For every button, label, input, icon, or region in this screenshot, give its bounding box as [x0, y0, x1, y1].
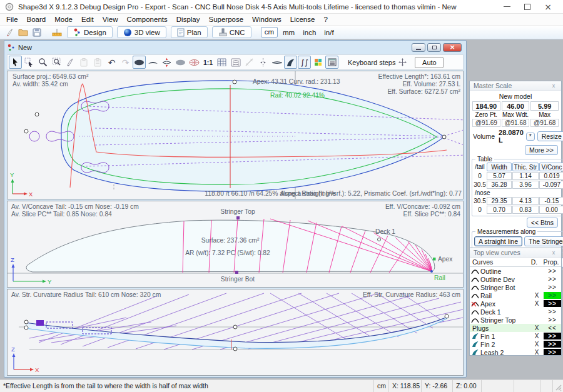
max-thck-value[interactable]: @91.68	[530, 119, 559, 127]
table-cell[interactable]: -0.15	[539, 197, 563, 205]
properties-list-icon[interactable]	[325, 56, 338, 69]
unit-inf[interactable]: in/f	[321, 29, 337, 36]
table-cell[interactable]: -0.097	[539, 181, 563, 189]
curve-row-plugs[interactable]: Plugs X <<	[470, 324, 561, 332]
master-scale-close-icon[interactable]: x	[550, 83, 557, 89]
deck-profile-curve[interactable]	[26, 220, 435, 272]
pen-tool-icon[interactable]	[3, 27, 15, 38]
minimize-icon[interactable]	[504, 6, 510, 7]
menu-display[interactable]: Display	[172, 14, 205, 24]
table-cell[interactable]: 0.83	[512, 206, 539, 214]
curve-row-fin2[interactable]: Fin 2 X >>	[470, 340, 561, 348]
menu-view[interactable]: View	[98, 14, 123, 24]
unit-inch[interactable]: inch	[300, 29, 319, 36]
outline-view-icon[interactable]	[133, 56, 146, 69]
colors-icon[interactable]	[312, 56, 325, 69]
more-button[interactable]: More >>	[525, 145, 558, 155]
thickness-column-button[interactable]: Thic. Str	[512, 163, 539, 171]
zero-pt-value[interactable]: @91.69	[472, 119, 500, 127]
thickness-view-icon[interactable]	[270, 56, 283, 69]
table-cell[interactable]: 4.13	[512, 197, 539, 205]
master-scale-titlebar[interactable]: Master Scale x	[470, 81, 561, 91]
star-button[interactable]: *	[526, 133, 535, 141]
prop-button[interactable]: >>	[544, 308, 561, 315]
menu-file[interactable]: File	[2, 14, 23, 24]
vconc-column-button[interactable]: V/Conc	[539, 163, 563, 171]
prop-button[interactable]: >>	[544, 341, 561, 348]
table-cell[interactable]: 0.70	[487, 206, 512, 214]
one-to-one-button[interactable]: 1:1	[201, 56, 215, 69]
max-wdt-value[interactable]: @91.68	[502, 119, 530, 127]
design-button[interactable]: Design	[67, 26, 113, 38]
curve-row-leash[interactable]: Leash 2 X >>	[470, 348, 561, 356]
slice-view-panel[interactable]: Z Y Av. V/Concave Tail: -0.15 cm Nose: -…	[7, 201, 464, 288]
table-cell[interactable]: 29.35	[487, 197, 512, 205]
fin-tool-icon[interactable]	[284, 56, 297, 69]
area-select-icon[interactable]	[23, 56, 36, 69]
paste-slice-icon[interactable]	[91, 56, 104, 69]
doc-close-icon[interactable]: ×	[443, 43, 462, 52]
curve-row-deck1[interactable]: Deck 1 >>	[470, 308, 561, 316]
menu-mode[interactable]: Mode	[50, 14, 77, 24]
table-cell[interactable]: 1.14	[512, 172, 539, 180]
curves-close-icon[interactable]: x	[550, 249, 557, 256]
curve-row-rail[interactable]: Rail X >>	[470, 291, 561, 299]
prop-button[interactable]: >>	[544, 284, 561, 291]
prop-button[interactable]: >>	[544, 292, 561, 299]
resize-grip[interactable]	[553, 380, 563, 392]
table-cell[interactable]: 5.07	[487, 172, 512, 180]
table-cell[interactable]: 36.28	[487, 181, 512, 189]
edit-pen-icon[interactable]	[64, 56, 77, 69]
open-folder-icon[interactable]	[17, 27, 29, 38]
center-guides-icon[interactable]	[256, 56, 270, 69]
width-value[interactable]: 46.00	[502, 101, 530, 111]
rocker-view-icon[interactable]	[146, 56, 160, 69]
curve-row-stringer-bot[interactable]: Stringer Bot >>	[470, 283, 561, 291]
thickness-value[interactable]: 5.99	[530, 101, 559, 111]
grid-icon[interactable]	[215, 56, 228, 69]
menu-help[interactable]: ?	[319, 14, 332, 24]
auto-button[interactable]: Auto	[415, 57, 444, 68]
menu-superpose[interactable]: Superpose	[204, 14, 248, 24]
menu-board[interactable]: Board	[23, 14, 51, 24]
zoom-in-icon[interactable]	[36, 56, 49, 69]
plan-button[interactable]: Plan	[171, 26, 208, 38]
prop-button[interactable]: >>	[544, 268, 561, 274]
top-view-canvas[interactable]: Y X Surface proj.: 6549.63 cm² Av. width…	[8, 71, 463, 199]
table-cell[interactable]: 0.00	[539, 206, 563, 214]
curve-row-apex[interactable]: Apex X >>	[470, 299, 561, 308]
prop-button[interactable]: >>	[544, 300, 561, 307]
scale-tool-icon[interactable]	[51, 27, 63, 38]
resize-button[interactable]: Resize	[537, 131, 563, 141]
curve-row-outline-dev[interactable]: Outline Dev >>	[470, 275, 561, 283]
table-cell[interactable]: 0.019	[539, 172, 563, 180]
maximize-icon[interactable]	[524, 4, 530, 10]
slices-list-icon[interactable]	[229, 56, 242, 69]
length-value[interactable]: 184.90	[472, 101, 500, 111]
doc-minimize-icon[interactable]	[412, 43, 425, 52]
close-icon[interactable]: ×	[544, 3, 552, 11]
straight-line-button[interactable]: A straight line	[474, 236, 522, 246]
save-icon[interactable]	[31, 27, 43, 38]
curve-row-stringer-top[interactable]: Stringer Top >>	[470, 316, 561, 324]
move-steps-icon[interactable]	[396, 56, 409, 69]
rocker-view-canvas[interactable]: Z X Av. Str. Curvature Radius Tail: 610 …	[8, 289, 463, 375]
slice-view-icon[interactable]	[160, 56, 173, 69]
curvature-tool-icon[interactable]: ∫∫	[298, 56, 311, 69]
prop-button[interactable]: >>	[544, 349, 561, 356]
select-cursor-icon[interactable]	[9, 56, 22, 69]
table-cell[interactable]: 3.96	[512, 181, 539, 189]
top-view-panel[interactable]: Y X Surface proj.: 6549.63 cm² Av. width…	[7, 71, 464, 199]
menu-license[interactable]: License	[286, 14, 320, 24]
measure-diagonal-icon[interactable]	[243, 56, 256, 69]
document-titlebar[interactable]: New ×	[4, 41, 466, 54]
menu-edit[interactable]: Edit	[77, 14, 98, 24]
prop-button[interactable]: >>	[544, 316, 561, 323]
slice-view-canvas[interactable]: Z Y Av. V/Concave Tail: -0.15 cm Nose: -…	[8, 201, 463, 287]
width-column-button[interactable]: Width	[487, 163, 512, 171]
undo-icon[interactable]: ↶	[105, 56, 118, 69]
menu-components[interactable]: Components	[123, 14, 172, 24]
curve-row-outline[interactable]: Outline >>	[470, 267, 561, 275]
curve-row-fin1[interactable]: Fin 1 X >>	[470, 332, 561, 340]
redo-icon[interactable]: ↷	[119, 56, 132, 69]
